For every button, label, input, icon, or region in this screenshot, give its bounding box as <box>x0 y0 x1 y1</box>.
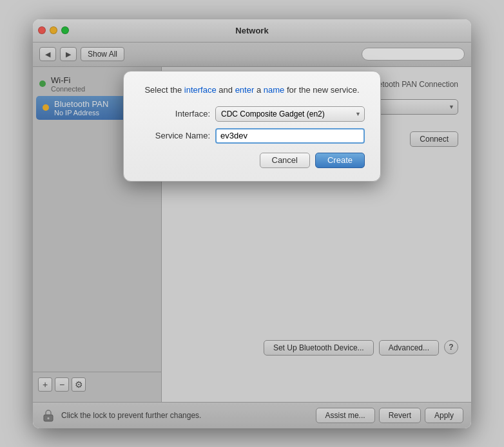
service-name-label: Service Name: <box>139 131 210 140</box>
modal-buttons: Cancel Create <box>139 153 365 168</box>
new-service-modal: Select the interface and enter a name fo… <box>123 71 381 182</box>
create-button[interactable]: Create <box>315 153 365 168</box>
modal-overlay: Select the interface and enter a name fo… <box>33 19 471 428</box>
interface-select[interactable]: CDC Composite Gadget (en2) <box>215 106 365 122</box>
service-name-row: Service Name: <box>139 128 365 144</box>
cancel-button[interactable]: Cancel <box>260 153 310 168</box>
network-window: Network ◀ ▶ Show All Wi-Fi Connected Blu… <box>33 19 471 428</box>
modal-instruction: Select the interface and enter a name fo… <box>139 84 365 96</box>
interface-select-wrapper: CDC Composite Gadget (en2) <box>215 106 365 122</box>
service-name-input[interactable] <box>215 128 365 144</box>
interface-row: Interface: CDC Composite Gadget (en2) <box>139 106 365 122</box>
interface-label: Interface: <box>139 109 210 119</box>
